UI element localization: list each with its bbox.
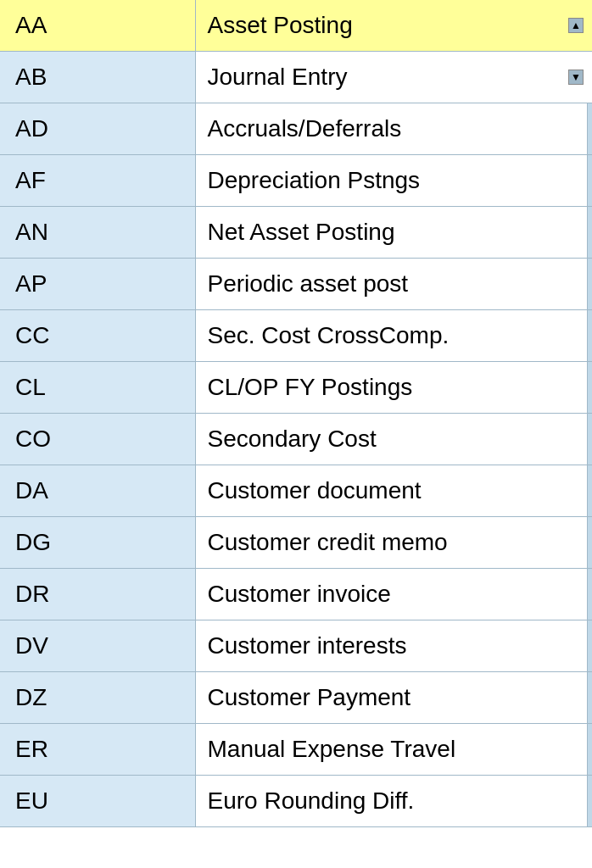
right-border (587, 465, 592, 516)
description-cell: Periodic asset post (195, 259, 592, 310)
description-cell: Manual Expense Travel (195, 724, 592, 776)
description-text: Customer invoice (208, 581, 391, 608)
code-cell: AP (0, 259, 195, 310)
code-cell: AA (0, 0, 195, 52)
code-cell: CC (0, 310, 195, 362)
right-border (587, 517, 592, 568)
description-text: Sec. Cost CrossComp. (208, 322, 450, 349)
description-text: Periodic asset post (208, 270, 409, 298)
description-cell: Asset Posting▲ (195, 0, 592, 52)
right-border (587, 155, 592, 206)
code-cell: ER (0, 724, 195, 776)
right-border (587, 259, 592, 309)
right-border (587, 776, 592, 826)
description-text: Customer Payment (208, 684, 411, 711)
description-text: Depreciation Pstngs (208, 167, 421, 194)
description-text: Customer credit memo (208, 529, 448, 556)
description-text: Manual Expense Travel (208, 736, 456, 763)
right-border (587, 362, 592, 413)
right-border (587, 310, 592, 361)
description-text: CL/OP FY Postings (208, 374, 413, 401)
code-cell: AD (0, 103, 195, 155)
code-cell: DV (0, 620, 195, 672)
code-cell: DZ (0, 672, 195, 724)
scroll-button[interactable]: ▼ (568, 70, 584, 85)
description-cell: Sec. Cost CrossComp. (195, 310, 592, 362)
description-cell: Customer invoice (195, 569, 592, 620)
description-text: Secondary Cost (208, 426, 377, 453)
description-cell: Journal Entry▼ (195, 52, 592, 103)
right-border (587, 620, 592, 671)
description-text: Euro Rounding Diff. (208, 787, 415, 815)
description-text: Accruals/Deferrals (208, 115, 402, 142)
scroll-button[interactable]: ▲ (568, 18, 584, 33)
description-cell: Accruals/Deferrals (195, 103, 592, 155)
code-cell: EU (0, 776, 195, 827)
description-text: Asset Posting (208, 12, 353, 39)
right-border (587, 569, 592, 620)
description-cell: Secondary Cost (195, 414, 592, 465)
code-cell: DR (0, 569, 195, 620)
description-cell: CL/OP FY Postings (195, 362, 592, 414)
description-cell: Net Asset Posting (195, 207, 592, 259)
description-text: Journal Entry (208, 64, 348, 91)
right-border (587, 724, 592, 775)
description-cell: Customer credit memo (195, 517, 592, 569)
code-cell: CO (0, 414, 195, 465)
main-table: AAAsset Posting▲ABJournal Entry▼ADAccrua… (0, 0, 592, 827)
description-cell: Customer interests (195, 620, 592, 672)
description-text: Net Asset Posting (208, 219, 395, 246)
description-text: Customer interests (208, 632, 407, 659)
description-cell: Customer Payment (195, 672, 592, 724)
description-cell: Euro Rounding Diff. (195, 776, 592, 827)
code-cell: AN (0, 207, 195, 259)
description-cell: Customer document (195, 465, 592, 517)
right-border (587, 103, 592, 154)
right-border (587, 672, 592, 723)
code-cell: CL (0, 362, 195, 414)
right-border (587, 414, 592, 465)
description-cell: Depreciation Pstngs (195, 155, 592, 207)
code-cell: AB (0, 52, 195, 103)
code-cell: AF (0, 155, 195, 207)
right-border (587, 207, 592, 258)
code-cell: DG (0, 517, 195, 569)
code-cell: DA (0, 465, 195, 517)
description-text: Customer document (208, 477, 422, 504)
